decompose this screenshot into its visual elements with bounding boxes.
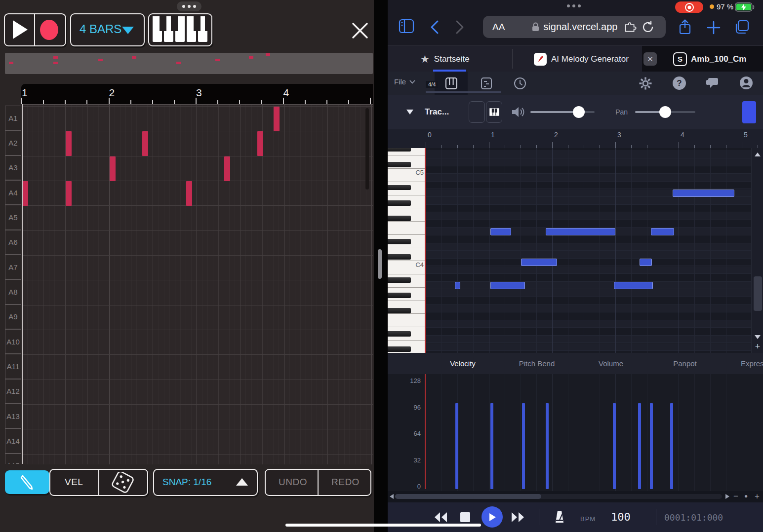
track-instrument-button[interactable] bbox=[486, 101, 502, 123]
new-tab-button[interactable] bbox=[707, 21, 721, 35]
step-grid[interactable] bbox=[22, 104, 373, 464]
black-key[interactable] bbox=[388, 185, 411, 190]
control-tab-panpot[interactable]: Panpot bbox=[648, 353, 722, 374]
keyboard-toggle-button[interactable] bbox=[148, 13, 212, 46]
track-mute-button[interactable] bbox=[469, 101, 485, 123]
control-tab-volume[interactable]: Volume bbox=[574, 353, 648, 374]
bars-selector[interactable]: 4 BARS bbox=[70, 13, 145, 46]
scroll-left-icon[interactable] bbox=[389, 494, 394, 499]
scroll-right-icon[interactable] bbox=[725, 494, 730, 499]
black-key[interactable] bbox=[388, 148, 411, 152]
step-note[interactable] bbox=[274, 107, 280, 131]
piano-roll-grid[interactable] bbox=[426, 148, 751, 353]
black-key[interactable] bbox=[388, 277, 411, 283]
step-note[interactable] bbox=[66, 181, 72, 206]
metronome-button[interactable] bbox=[554, 510, 565, 523]
window-handle-right[interactable] bbox=[567, 4, 581, 7]
record-button[interactable] bbox=[40, 20, 58, 40]
pencil-tool-button[interactable] bbox=[5, 470, 49, 494]
control-tab-velocity[interactable]: Velocity bbox=[426, 353, 500, 374]
address-bar[interactable]: AA signal.vercel.app bbox=[483, 16, 666, 38]
velocity-bar[interactable] bbox=[455, 403, 458, 489]
snap-selector[interactable]: SNAP: 1/16 bbox=[153, 469, 258, 496]
close-button[interactable] bbox=[348, 19, 372, 42]
midi-note[interactable] bbox=[490, 228, 511, 235]
screen-recording-indicator[interactable] bbox=[675, 1, 703, 13]
pattern-minimap[interactable] bbox=[5, 53, 373, 74]
split-drag-handle[interactable] bbox=[378, 249, 382, 279]
hzoom-out-button[interactable]: − bbox=[733, 492, 738, 501]
control-tab-pitch-bend[interactable]: Pitch Bend bbox=[500, 353, 574, 374]
piano-roll-ruler[interactable]: 012345 bbox=[388, 129, 763, 149]
stop-button[interactable] bbox=[460, 512, 470, 522]
volume-slider[interactable] bbox=[530, 111, 595, 113]
black-key[interactable] bbox=[388, 162, 411, 167]
grid-scrollbar[interactable] bbox=[365, 108, 369, 190]
horizontal-scrollbar-thumb[interactable] bbox=[395, 494, 541, 499]
tab-close-button[interactable]: ✕ bbox=[643, 52, 657, 66]
midi-note[interactable] bbox=[673, 190, 734, 197]
forward-button[interactable] bbox=[455, 20, 465, 35]
timeline-ruler[interactable]: 1234 bbox=[21, 84, 373, 104]
velocity-bar[interactable] bbox=[522, 403, 525, 489]
undo-button[interactable]: UNDO bbox=[279, 477, 307, 488]
velocity-lane[interactable]: 1289664320 bbox=[388, 374, 763, 491]
velocity-bar[interactable] bbox=[670, 403, 673, 489]
reader-button[interactable]: AA bbox=[492, 22, 505, 33]
midi-note[interactable] bbox=[640, 259, 652, 266]
step-note[interactable] bbox=[257, 131, 263, 156]
sidebar-button[interactable] bbox=[399, 19, 414, 34]
bpm-value[interactable]: 100 bbox=[611, 511, 631, 523]
help-button[interactable]: ? bbox=[673, 76, 686, 90]
play-button[interactable] bbox=[482, 506, 503, 528]
black-key[interactable] bbox=[388, 200, 411, 206]
rewind-button[interactable] bbox=[434, 512, 447, 523]
home-indicator[interactable] bbox=[285, 524, 481, 527]
volume-slider-thumb[interactable] bbox=[573, 106, 585, 118]
control-tab-expression[interactable]: Expression bbox=[722, 353, 763, 374]
vertical-scrollbar-thumb[interactable] bbox=[754, 276, 762, 311]
velocity-bar[interactable] bbox=[650, 403, 653, 489]
step-note[interactable] bbox=[22, 181, 28, 206]
midi-note[interactable] bbox=[490, 282, 525, 289]
black-key[interactable] bbox=[388, 239, 411, 244]
pan-slider-thumb[interactable] bbox=[659, 106, 671, 118]
velocity-button[interactable]: VEL bbox=[65, 477, 83, 488]
black-key[interactable] bbox=[388, 254, 411, 260]
track-expand-icon[interactable] bbox=[406, 109, 414, 115]
midi-note[interactable] bbox=[651, 228, 674, 235]
midi-note[interactable] bbox=[546, 228, 615, 235]
step-note[interactable] bbox=[224, 156, 230, 181]
zoom-in-button[interactable]: + bbox=[752, 342, 763, 352]
step-note[interactable] bbox=[66, 131, 72, 156]
velocity-bar[interactable] bbox=[613, 403, 616, 489]
black-key[interactable] bbox=[388, 331, 411, 337]
scroll-up-icon[interactable] bbox=[754, 152, 761, 157]
black-key[interactable] bbox=[388, 216, 411, 221]
forward-button[interactable] bbox=[511, 512, 525, 523]
piano-keyboard[interactable]: C5C4 bbox=[388, 148, 426, 353]
hzoom-in-button[interactable]: + bbox=[755, 492, 760, 501]
randomize-button[interactable] bbox=[108, 472, 138, 494]
back-button[interactable] bbox=[430, 20, 440, 35]
tab-ai-melody-generator[interactable]: AI Melody Generator bbox=[534, 46, 629, 72]
step-note[interactable] bbox=[186, 181, 192, 206]
window-handle-left[interactable] bbox=[177, 1, 201, 11]
pan-slider[interactable] bbox=[635, 111, 695, 113]
share-button[interactable] bbox=[678, 19, 692, 36]
step-note[interactable] bbox=[110, 156, 116, 181]
account-button[interactable] bbox=[739, 76, 753, 90]
black-key[interactable] bbox=[388, 293, 411, 298]
midi-note[interactable] bbox=[455, 282, 461, 289]
velocity-bar[interactable] bbox=[490, 403, 493, 489]
velocity-bar[interactable] bbox=[638, 403, 641, 489]
step-note[interactable] bbox=[142, 131, 148, 156]
midi-note[interactable] bbox=[521, 259, 557, 266]
file-menu[interactable]: File bbox=[394, 77, 415, 86]
midi-note[interactable] bbox=[614, 282, 652, 289]
black-key[interactable] bbox=[388, 346, 411, 352]
reload-button[interactable] bbox=[642, 21, 654, 34]
feedback-button[interactable] bbox=[705, 77, 719, 90]
hzoom-reset-button[interactable]: ● bbox=[744, 493, 748, 499]
tab-tempo[interactable] bbox=[505, 72, 535, 95]
